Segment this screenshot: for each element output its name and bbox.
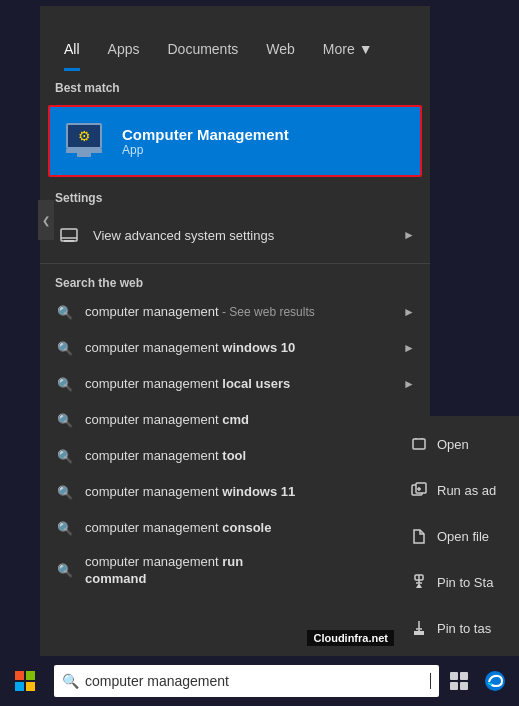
settings-label: Settings <box>40 181 430 211</box>
search-icon-1: 🔍 <box>55 338 75 358</box>
svg-rect-0 <box>450 672 458 680</box>
results-area: Best match ⚙ Computer Management App Set… <box>40 71 430 656</box>
search-result-4[interactable]: 🔍 computer management tool ► <box>40 438 430 474</box>
chevron-right-icon-0: ► <box>403 305 415 319</box>
best-match-label: Best match <box>40 71 430 101</box>
context-open-label: Open <box>437 437 469 452</box>
svg-rect-2 <box>450 682 458 690</box>
search-result-text-7: computer management runcommand <box>85 554 395 588</box>
search-result-7[interactable]: 🔍 computer management runcommand ► <box>40 546 430 596</box>
context-pin-taskbar-label: Pin to tas <box>437 621 491 636</box>
windows-logo-icon <box>15 671 35 691</box>
watermark: Cloudinfra.net <box>307 630 394 646</box>
open-icon <box>409 436 429 452</box>
search-result-text-5: computer management windows 11 <box>85 484 395 501</box>
run-as-icon <box>409 482 429 498</box>
search-result-text-0: computer management - See web results <box>85 304 395 321</box>
app-type: App <box>122 143 289 157</box>
pin-taskbar-icon <box>409 620 429 636</box>
context-pin-taskbar[interactable]: Pin to tas <box>409 620 519 636</box>
web-search-label: Search the web <box>40 268 430 294</box>
edge-icon[interactable] <box>479 665 511 697</box>
best-match-text: Computer Management App <box>122 126 289 157</box>
search-result-6[interactable]: 🔍 computer management console ► <box>40 510 430 546</box>
best-match-item[interactable]: ⚙ Computer Management App <box>48 105 422 177</box>
start-button[interactable] <box>0 656 50 706</box>
tab-all[interactable]: All <box>50 33 94 71</box>
chevron-right-icon-1: ► <box>403 341 415 355</box>
task-view-icon[interactable] <box>443 665 475 697</box>
search-result-3[interactable]: 🔍 computer management cmd ► <box>40 402 430 438</box>
tab-more[interactable]: More ▼ <box>309 33 387 71</box>
open-file-icon <box>409 528 429 544</box>
context-open[interactable]: Open <box>409 436 519 452</box>
app-name: Computer Management <box>122 126 289 143</box>
svg-rect-5 <box>61 229 77 241</box>
taskbar-search-box[interactable]: 🔍 computer management <box>54 665 439 697</box>
search-result-2[interactable]: 🔍 computer management local users ► <box>40 366 430 402</box>
search-icon-6: 🔍 <box>55 518 75 538</box>
tab-documents[interactable]: Documents <box>153 33 252 71</box>
tabs-row: All Apps Documents Web More ▼ <box>40 6 430 71</box>
search-icon: 🔍 <box>62 673 79 689</box>
settings-item-advanced[interactable]: View advanced system settings ► <box>40 211 430 259</box>
svg-rect-8 <box>413 439 425 449</box>
context-pin-start-label: Pin to Sta <box>437 575 493 590</box>
tab-apps[interactable]: Apps <box>94 33 154 71</box>
cursor <box>430 673 431 689</box>
context-open-file[interactable]: Open file <box>409 528 519 544</box>
advanced-settings-icon <box>55 221 83 249</box>
start-menu: All Apps Documents Web More ▼ Best match… <box>40 6 430 656</box>
search-input-text[interactable]: computer management <box>85 673 429 689</box>
context-menu-panel: Open Run as ad Open file <box>399 416 519 656</box>
svg-rect-12 <box>414 631 424 635</box>
gear-icon: ⚙ <box>78 128 91 144</box>
search-icon-0: 🔍 <box>55 302 75 322</box>
divider <box>40 263 430 264</box>
context-open-file-label: Open file <box>437 529 489 544</box>
search-result-1[interactable]: 🔍 computer management windows 10 ► <box>40 330 430 366</box>
search-icon-7: 🔍 <box>55 561 75 581</box>
search-result-0[interactable]: 🔍 computer management - See web results … <box>40 294 430 330</box>
svg-rect-10 <box>416 483 426 493</box>
context-pin-start[interactable]: Pin to Sta <box>409 574 519 590</box>
context-run-as-label: Run as ad <box>437 483 496 498</box>
search-result-text-3: computer management cmd <box>85 412 395 429</box>
chevron-down-icon: ▼ <box>359 41 373 57</box>
search-icon-4: 🔍 <box>55 446 75 466</box>
svg-rect-7 <box>64 240 74 242</box>
svg-rect-1 <box>460 672 468 680</box>
search-result-text-4: computer management tool <box>85 448 395 465</box>
search-result-text-1: computer management windows 10 <box>85 340 395 357</box>
chevron-right-icon: ► <box>403 228 415 242</box>
tab-web[interactable]: Web <box>252 33 309 71</box>
chevron-right-icon-2: ► <box>403 377 415 391</box>
search-result-text-6: computer management console <box>85 520 395 537</box>
search-icon-2: 🔍 <box>55 374 75 394</box>
taskbar: 🔍 computer management <box>0 656 519 706</box>
collapse-arrow[interactable]: ❮ <box>38 200 54 240</box>
search-icon-3: 🔍 <box>55 410 75 430</box>
search-result-5[interactable]: 🔍 computer management windows 11 ► <box>40 474 430 510</box>
taskbar-system-icons <box>443 665 519 697</box>
advanced-settings-text: View advanced system settings <box>93 228 403 243</box>
context-run-as[interactable]: Run as ad <box>409 482 519 498</box>
search-icon-5: 🔍 <box>55 482 75 502</box>
computer-management-icon: ⚙ <box>62 117 110 165</box>
svg-rect-3 <box>460 682 468 690</box>
pin-start-icon <box>409 574 429 590</box>
search-result-text-2: computer management local users <box>85 376 395 393</box>
